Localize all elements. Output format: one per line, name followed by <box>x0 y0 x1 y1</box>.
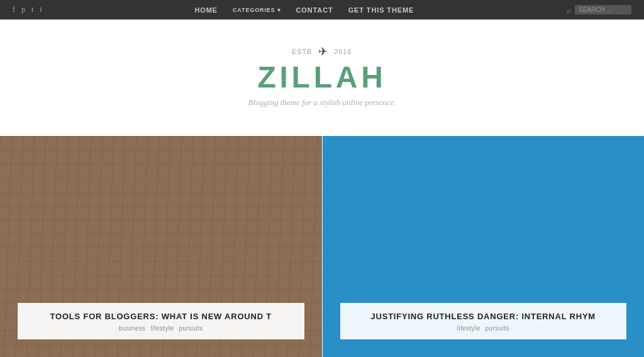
plane-icon: ✈ <box>318 45 328 59</box>
estb-row: ESTB ✈ 2016 <box>292 45 352 59</box>
post-caption-2: JUSTIFYING RUTHLESS DANGER: INTERNAL RHY… <box>340 303 627 339</box>
post-title-1: TOOLS FOR BLOGGERS: WHAT IS NEW AROUND T <box>29 312 293 321</box>
nav-categories[interactable]: CATEGORIES ▾ <box>233 7 281 13</box>
pinterest-icon[interactable]: p <box>21 5 25 14</box>
nav-contact[interactable]: CONTACT <box>296 6 333 14</box>
chevron-down-icon: ▾ <box>277 7 281 13</box>
twitter-icon[interactable]: t <box>31 5 33 14</box>
nav-get-theme[interactable]: GET THIS THEME <box>348 6 414 14</box>
navbar: f p t i HOME CATEGORIES ▾ CONTACT GET TH… <box>0 0 644 20</box>
site-tagline: Blogging theme for a stylish online pres… <box>248 98 396 108</box>
estb-label: ESTB <box>292 48 312 55</box>
post-caption-1: TOOLS FOR BLOGGERS: WHAT IS NEW AROUND T… <box>18 303 304 339</box>
estb-year: 2016 <box>334 48 352 55</box>
instagram-icon[interactable]: i <box>40 5 42 14</box>
post-card-1[interactable]: TOOLS FOR BLOGGERS: WHAT IS NEW AROUND T… <box>0 136 323 357</box>
post-cat-lifestyle-2[interactable]: lifestyle <box>457 325 480 332</box>
search-input[interactable] <box>575 5 631 14</box>
nav-links: HOME CATEGORIES ▾ CONTACT GET THIS THEME <box>194 6 414 14</box>
post-cat-pursuits[interactable]: pursuits <box>179 325 203 332</box>
post-cat-lifestyle[interactable]: lifestyle <box>151 325 174 332</box>
search-icon: ⌕ <box>567 6 571 14</box>
facebook-icon[interactable]: f <box>13 5 15 14</box>
post-categories-2: lifestyle pursuits <box>352 325 616 332</box>
post-categories-1: business lifestyle pursuits <box>29 325 293 332</box>
post-cat-pursuits-2[interactable]: pursuits <box>486 325 509 332</box>
posts-grid: TOOLS FOR BLOGGERS: WHAT IS NEW AROUND T… <box>0 136 644 357</box>
site-header: ESTB ✈ 2016 ZILLAH Blogging theme for a … <box>0 20 644 136</box>
post-card-2[interactable]: JUSTIFYING RUTHLESS DANGER: INTERNAL RHY… <box>323 136 645 357</box>
social-icons: f p t i <box>13 5 42 14</box>
search-area: ⌕ <box>567 5 631 14</box>
post-title-2: JUSTIFYING RUTHLESS DANGER: INTERNAL RHY… <box>352 312 616 321</box>
nav-home[interactable]: HOME <box>194 6 218 14</box>
site-title: ZILLAH <box>257 62 386 93</box>
post-cat-business[interactable]: business <box>119 325 146 332</box>
